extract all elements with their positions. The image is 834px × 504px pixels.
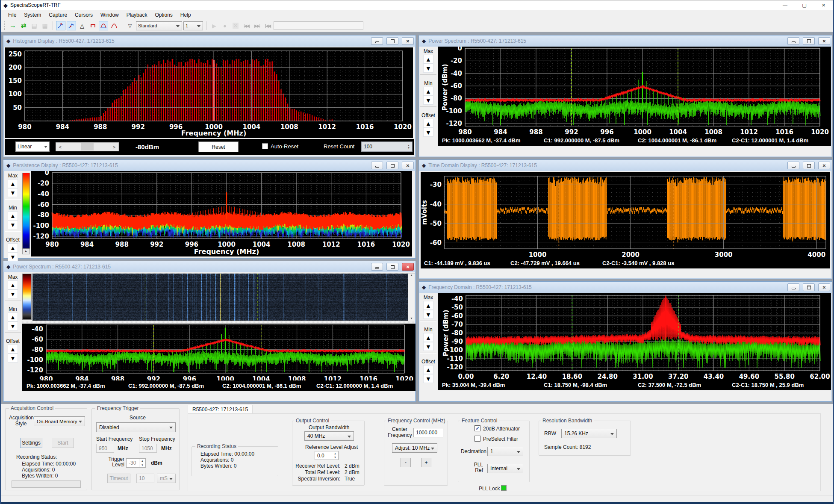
preselect-filter-checkbox[interactable]	[474, 436, 480, 442]
filter-icon[interactable]: ▽	[125, 21, 135, 30]
scroll-right-arrow[interactable]: >	[110, 143, 118, 151]
maximize-button[interactable]: ▢	[795, 0, 814, 10]
save-icon[interactable]: ▤	[29, 21, 39, 30]
max-up-button[interactable]: ▲	[423, 55, 433, 64]
frequency-domain-titlebar[interactable]: ◆ Frequency Domain : R5500-427: 171213-6…	[419, 282, 832, 293]
menu-file[interactable]: File	[4, 11, 20, 19]
offset-down-button[interactable]: ▼	[423, 374, 433, 383]
record-icon[interactable]: ●	[220, 21, 230, 30]
histogram-scrollbar[interactable]: < >	[56, 142, 119, 151]
min-down-button[interactable]: ▼	[423, 96, 433, 105]
panel-minimize-button[interactable]	[787, 162, 799, 169]
reset-button[interactable]: Reset	[198, 141, 239, 152]
adjust-step-dropdown[interactable]: Adjust: 10 MHz	[392, 443, 437, 453]
panel-maximize-button[interactable]	[803, 37, 815, 45]
timeout-units-dropdown[interactable]: mS	[157, 474, 176, 483]
panel-minimize-button[interactable]	[371, 37, 383, 45]
max-down-button[interactable]: ▼	[423, 64, 433, 73]
minimize-button[interactable]: —	[775, 0, 795, 10]
panel-maximize-button[interactable]	[386, 162, 398, 169]
refresh-icon[interactable]: ⇄	[19, 21, 28, 30]
min-down-button[interactable]: ▼	[8, 321, 18, 330]
power-spectrum-top-titlebar[interactable]: ◆ Power Spectrum : R5500-427: 171213-615…	[419, 35, 832, 47]
max-up-button[interactable]: ▲	[8, 280, 18, 289]
open-icon[interactable]: →	[8, 21, 18, 30]
min-up-button[interactable]: ▲	[423, 87, 433, 96]
auto-reset-checkbox[interactable]	[262, 143, 268, 149]
menu-options[interactable]: Options	[151, 11, 176, 19]
panel-maximize-button[interactable]	[803, 283, 815, 291]
step-icon[interactable]: ||◀◀	[263, 21, 272, 30]
frequency-decrement-button[interactable]: -	[401, 458, 411, 467]
curve-blue-icon[interactable]	[99, 21, 108, 30]
forward-icon[interactable]: ▶▶|	[252, 21, 262, 30]
zone-trigger-icon[interactable]	[88, 21, 97, 30]
max-up-button[interactable]: ▲	[423, 301, 433, 310]
close-button[interactable]: ✕	[814, 0, 833, 10]
menu-window[interactable]: Window	[97, 11, 123, 19]
splitter[interactable]	[22, 321, 416, 323]
attenuator-checkbox[interactable]: ✓	[474, 425, 480, 431]
persistence-titlebar[interactable]: ◆ Persistence Display : R5500-427: 17121…	[3, 160, 416, 171]
reference-level-spinner[interactable]: 0.0▲▼	[315, 451, 339, 460]
settings-button[interactable]: Settings	[20, 438, 42, 448]
menu-playback[interactable]: Playback	[123, 11, 151, 19]
rewind-icon[interactable]: |◀◀	[242, 21, 251, 30]
menu-cursors[interactable]: Cursors	[71, 11, 97, 19]
curve-red-icon[interactable]	[109, 21, 119, 30]
panel-maximize-button[interactable]	[386, 263, 398, 271]
play-icon[interactable]: ▶	[209, 21, 219, 30]
time-domain-titlebar[interactable]: ◆ Time Domain Display : R5500-427: 17121…	[419, 160, 832, 171]
panel-close-button[interactable]: ✕	[818, 162, 830, 169]
output-bandwidth-dropdown[interactable]: 40 MHz	[304, 431, 354, 441]
max-down-button[interactable]: ▼	[8, 188, 18, 197]
panel-minimize-button[interactable]	[371, 162, 383, 169]
stop-icon[interactable]: ✕	[231, 21, 240, 30]
pll-ref-dropdown[interactable]: Internal	[487, 464, 523, 473]
power-spectrum-bottom-titlebar[interactable]: ◆ Power Spectrum : R5500-427: 171213-615…	[3, 261, 416, 272]
offset-up-button[interactable]: ▲	[423, 365, 433, 374]
reset-count-spinner[interactable]: 100▲▼	[361, 141, 413, 152]
colorbar-expand-button[interactable]: ▸	[22, 249, 30, 254]
start-frequency-input[interactable]: 950	[96, 444, 114, 453]
timeout-button[interactable]: Timeout	[107, 474, 130, 483]
panel-minimize-button[interactable]	[787, 283, 799, 291]
marker-trace-icon[interactable]	[56, 21, 65, 30]
stop-frequency-input[interactable]: 1050	[139, 444, 157, 453]
offset-up-button[interactable]: ▲	[423, 119, 433, 128]
marker-trace2-icon[interactable]	[67, 21, 76, 30]
max-up-button[interactable]: ▲	[8, 179, 18, 188]
panel-maximize-button[interactable]	[386, 37, 398, 45]
count-dropdown[interactable]: 1	[183, 21, 203, 30]
center-frequency-input[interactable]: 1000.000	[413, 428, 443, 437]
acquisition-style-dropdown[interactable]: On-Board Memory	[34, 416, 85, 426]
offset-down-button[interactable]: ▼	[423, 128, 433, 137]
min-down-button[interactable]: ▼	[423, 342, 433, 351]
trigger-level-spinner[interactable]: -30▲▼	[126, 458, 146, 468]
panel-close-button[interactable]: ✕	[402, 162, 414, 169]
layout-dropdown[interactable]: Standard	[136, 21, 182, 30]
panel-minimize-button[interactable]	[371, 263, 383, 271]
frequency-increment-button[interactable]: +	[421, 458, 431, 467]
panel-close-button[interactable]: ✕	[402, 37, 414, 45]
scroll-thumb[interactable]	[81, 143, 94, 150]
panel-minimize-button[interactable]	[787, 37, 799, 45]
device-tab[interactable]: R5500-427: 171213-615	[188, 405, 253, 414]
decimation-dropdown[interactable]: 1	[487, 447, 523, 456]
menu-capture[interactable]: Capture	[45, 11, 71, 19]
timeout-value-input[interactable]: 10	[136, 474, 154, 483]
min-up-button[interactable]: ▲	[423, 333, 433, 342]
offset-up-button[interactable]: ▲	[8, 243, 18, 252]
scale-dropdown[interactable]: Linear	[15, 141, 50, 152]
trigger-source-dropdown[interactable]: Disabled	[96, 422, 176, 432]
panel-maximize-button[interactable]	[803, 162, 815, 169]
offset-down-button[interactable]: ▼	[8, 252, 18, 261]
scroll-left-arrow[interactable]: <	[56, 143, 65, 151]
offset-down-button[interactable]: ▼	[8, 354, 18, 363]
min-up-button[interactable]: ▲	[8, 312, 18, 321]
panel-close-button[interactable]: ✕	[402, 263, 414, 271]
panel-close-button[interactable]: ✕	[818, 283, 830, 291]
waterfall-scrollbar[interactable]: ▲▼	[408, 273, 415, 320]
eye-diagram-icon[interactable]: △	[77, 21, 87, 30]
menu-system[interactable]: System	[20, 11, 45, 19]
